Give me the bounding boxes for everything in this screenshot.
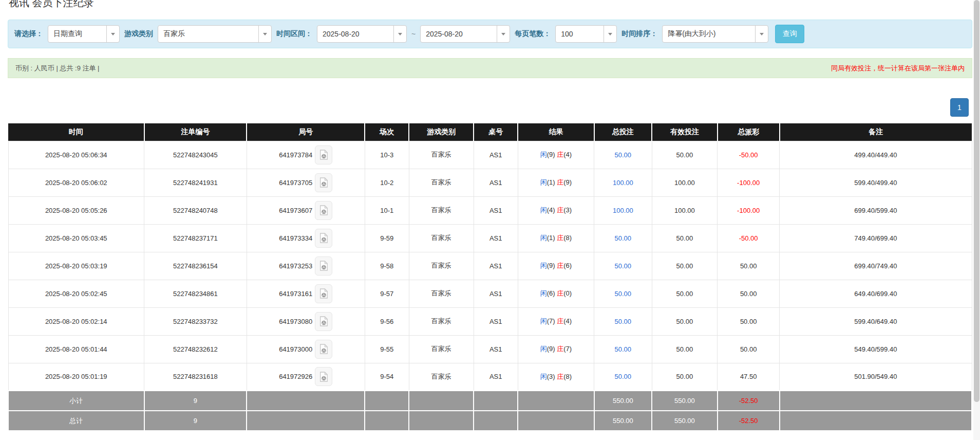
- video-replay-button[interactable]: [315, 312, 332, 331]
- cell-total-bet: 50.00: [594, 307, 652, 335]
- result-banker-score: (6): [563, 262, 572, 269]
- total-bet-link[interactable]: 100.00: [613, 179, 633, 187]
- table-row: 2025-08-20 05:06:34 522748243045 6419737…: [8, 141, 972, 169]
- total-bet-link[interactable]: 50.00: [615, 262, 632, 270]
- column-header: 备注: [780, 123, 972, 141]
- cell-table-number: AS1: [474, 335, 518, 363]
- cell-game-type: 百家乐: [409, 169, 474, 196]
- cell-payout: 50.00: [718, 335, 780, 363]
- cell-time: 2025-08-20 05:06:02: [8, 169, 144, 196]
- table-row: 2025-08-20 05:06:02 522748241931 6419737…: [8, 169, 972, 196]
- cell-table-number: AS1: [474, 307, 518, 335]
- total-bet-link[interactable]: 50.00: [615, 151, 632, 159]
- total-bet-link[interactable]: 100.00: [613, 207, 633, 214]
- total-bet-link[interactable]: 50.00: [615, 318, 632, 325]
- round-number: 641973607: [279, 207, 312, 214]
- round-number: 641973080: [279, 318, 312, 325]
- table-row: 2025-08-20 05:02:14 522748233732 6419730…: [8, 307, 972, 335]
- cell-round: 641973334: [247, 224, 365, 252]
- result-player-score: (9): [547, 345, 555, 353]
- scrollbar-thumb[interactable]: [974, 0, 979, 402]
- column-header: 游戏类别: [409, 123, 474, 141]
- footer-count: 9: [144, 411, 247, 431]
- cell-bet-id: 522748231618: [144, 363, 247, 391]
- cell-round: 641973607: [247, 196, 365, 224]
- column-header: 有效投注: [652, 123, 718, 141]
- cell-valid-bet: 50.00: [652, 363, 718, 391]
- result-banker-score: (8): [563, 234, 572, 242]
- column-header: 场次: [365, 123, 409, 141]
- cell-session: 9-58: [365, 252, 409, 280]
- table-row: 2025-08-20 05:01:19 522748231618 6419729…: [8, 363, 972, 391]
- footer-valid-bet: 550.00: [652, 391, 718, 411]
- cell-table-number: AS1: [474, 224, 518, 252]
- cell-result: 闲(4) 庄(3): [518, 196, 594, 224]
- total-bet-link[interactable]: 50.00: [615, 373, 632, 380]
- pagination-page-1-button[interactable]: 1: [950, 98, 969, 117]
- search-button[interactable]: 查询: [775, 25, 804, 43]
- sort-select[interactable]: 降幂(由大到小): [662, 25, 768, 43]
- video-replay-button[interactable]: [315, 256, 332, 276]
- result-player-label: 闲: [540, 317, 547, 325]
- date-range-separator: ~: [411, 30, 416, 38]
- cell-bet-id: 522748243045: [144, 141, 247, 169]
- video-replay-button[interactable]: [315, 229, 332, 248]
- video-replay-button[interactable]: [315, 173, 332, 192]
- video-file-icon: [319, 344, 328, 354]
- cell-remark: 699.40/599.40: [780, 196, 972, 224]
- video-replay-button[interactable]: [315, 340, 332, 359]
- round-number: 641972926: [279, 373, 312, 380]
- cell-valid-bet: 100.00: [652, 169, 718, 196]
- total-bet-link[interactable]: 50.00: [615, 290, 632, 298]
- round-number: 641973253: [279, 262, 312, 270]
- betting-records-table: 时间注单编号局号场次游戏类别桌号结果总投注有效投注总派彩备注 2025-08-2…: [8, 123, 972, 431]
- cell-valid-bet: 50.00: [652, 280, 718, 307]
- table-body: 2025-08-20 05:06:34 522748243045 6419737…: [8, 141, 972, 391]
- result-player-label: 闲: [540, 151, 547, 158]
- video-replay-button[interactable]: [315, 284, 332, 303]
- page-container: 视讯 会员下注纪录 请选择： 日期查询 游戏类别 百家乐 时间区间： 2025-…: [0, 0, 980, 431]
- table-summary-row: 总计 9 550.00 550.00 -52.50: [8, 411, 972, 431]
- cell-bet-id: 522748240748: [144, 196, 247, 224]
- result-banker-score: (4): [563, 317, 572, 325]
- game-type-value: 百家乐: [158, 26, 258, 42]
- table-summary-row: 小计 9 550.00 550.00 -52.50: [8, 391, 972, 411]
- cell-session: 9-54: [365, 363, 409, 391]
- column-header: 结果: [518, 123, 594, 141]
- cell-round: 641973784: [247, 141, 365, 169]
- cell-session: 9-59: [365, 224, 409, 252]
- cell-valid-bet: 50.00: [652, 224, 718, 252]
- cell-total-bet: 50.00: [594, 280, 652, 307]
- table-row: 2025-08-20 05:05:26 522748240748 6419736…: [8, 196, 972, 224]
- cell-bet-id: 522748234861: [144, 280, 247, 307]
- game-type-select[interactable]: 百家乐: [158, 25, 272, 43]
- cell-result: 闲(9) 庄(6): [518, 252, 594, 280]
- pagination: 1: [8, 98, 969, 117]
- cell-session: 9-57: [365, 280, 409, 307]
- cell-table-number: AS1: [474, 141, 518, 169]
- date-from-select[interactable]: 2025-08-20: [317, 25, 407, 43]
- table-footer: 小计 9 550.00 550.00 -52.50 总计 9 550.00 55…: [8, 391, 972, 431]
- cell-remark: 501.90/549.40: [780, 363, 972, 391]
- query-type-select[interactable]: 日期查询: [48, 25, 120, 43]
- cell-round: 641973000: [247, 335, 365, 363]
- chevron-down-icon: [258, 26, 271, 42]
- video-replay-button[interactable]: [315, 367, 332, 386]
- result-banker-label: 庄: [557, 373, 563, 380]
- video-replay-button[interactable]: [315, 145, 332, 164]
- total-bet-link[interactable]: 50.00: [615, 234, 632, 242]
- column-header: 总派彩: [718, 123, 780, 141]
- cell-table-number: AS1: [474, 169, 518, 196]
- footer-empty-cell: [247, 391, 365, 411]
- chevron-down-icon: [755, 26, 768, 42]
- page-size-select[interactable]: 100: [555, 25, 617, 43]
- cell-game-type: 百家乐: [409, 224, 474, 252]
- video-replay-button[interactable]: [315, 201, 332, 220]
- result-banker-label: 庄: [557, 289, 563, 297]
- vertical-scrollbar[interactable]: [973, 0, 980, 440]
- cell-total-bet: 100.00: [594, 169, 652, 196]
- cell-round: 641972926: [247, 363, 365, 391]
- date-to-select[interactable]: 2025-08-20: [420, 25, 510, 43]
- total-bet-link[interactable]: 50.00: [615, 345, 632, 353]
- result-banker-label: 庄: [557, 178, 563, 186]
